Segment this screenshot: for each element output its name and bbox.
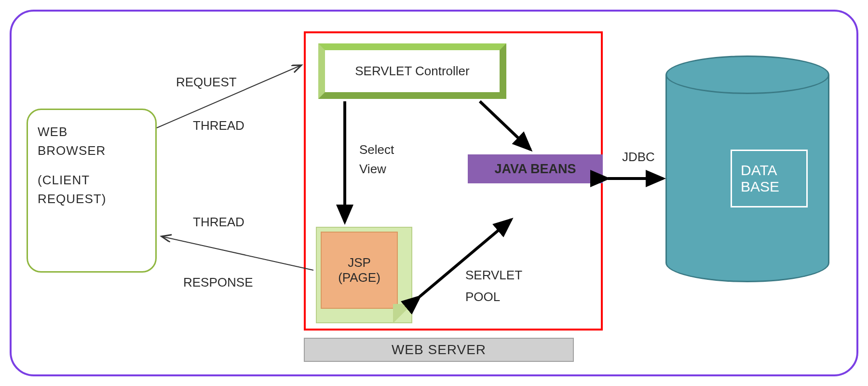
browser-text-line2: BROWSER	[38, 143, 146, 158]
servlet-controller-label: SERVLET Controller	[355, 64, 469, 79]
jsp-page-box: JSP (PAGE)	[321, 232, 398, 309]
thread-label-2: THREAD	[193, 215, 244, 230]
browser-text-line4: REQUEST)	[38, 192, 146, 207]
database-label-box: DATA BASE	[731, 150, 808, 207]
browser-text-line1: WEB	[38, 124, 146, 139]
database-top	[665, 55, 829, 94]
java-beans-label: JAVA BEANS	[494, 162, 576, 177]
select-view-label-2: View	[359, 162, 386, 177]
web-server-label: WEB SERVER	[392, 342, 486, 358]
database-label-1: DATA	[741, 162, 777, 179]
jdbc-label: JDBC	[622, 150, 655, 165]
java-beans-box: JAVA BEANS	[468, 154, 603, 183]
select-view-label-1: Select	[359, 142, 394, 157]
servlet-pool-label-2: POOL	[465, 290, 500, 304]
response-label: RESPONSE	[183, 275, 253, 290]
request-label: REQUEST	[176, 75, 237, 90]
thread-label-1: THREAD	[193, 118, 244, 133]
servlet-controller-box: SERVLET Controller	[318, 43, 506, 99]
database-label-2: BASE	[741, 179, 779, 195]
web-server-label-box: WEB SERVER	[304, 338, 574, 362]
web-browser-box: WEB BROWSER (CLIENT REQUEST)	[27, 109, 157, 273]
servlet-pool-label-1: SERVLET	[465, 268, 522, 283]
jsp-label-1: JSP	[348, 255, 371, 270]
browser-text-line3: (CLIENT	[38, 173, 146, 188]
jsp-page-fold	[393, 304, 412, 323]
jsp-label-2: (PAGE)	[338, 270, 380, 285]
